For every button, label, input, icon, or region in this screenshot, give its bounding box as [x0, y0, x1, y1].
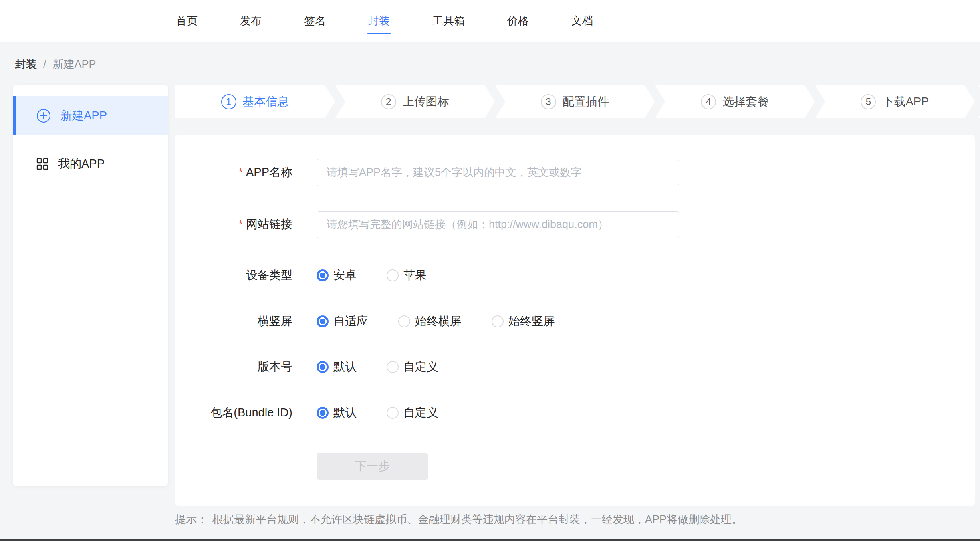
page: 首页 发布 签名 封装 工具箱 价格 文档 封装 / 新建APP 新建APP 我… — [0, 0, 980, 541]
nav-item-home[interactable]: 首页 — [175, 10, 198, 31]
radio-label: 自定义 — [403, 359, 438, 375]
orientation-label: 横竖屏 — [175, 313, 292, 329]
radio-unselected-icon — [398, 315, 410, 327]
radio-label: 默认 — [333, 359, 357, 375]
plus-circle-icon — [36, 109, 51, 123]
radio-unselected-icon — [387, 269, 399, 281]
nav-item-sign[interactable]: 签名 — [303, 10, 327, 31]
step-3-configure-plugin[interactable]: 3 配置插件 — [495, 85, 655, 118]
radio-bundle-custom[interactable]: 自定义 — [387, 405, 438, 421]
step-2-upload-icon[interactable]: 2 上传图标 — [335, 85, 495, 118]
site-url-input[interactable] — [317, 211, 679, 238]
hint-text: 提示： 根据最新平台规则，不允许区块链虚拟币、金融理财类等违规内容在平台封装，一… — [175, 512, 742, 527]
radio-version-default[interactable]: 默认 — [317, 359, 357, 375]
step-1-basic-info[interactable]: 1 基本信息 — [175, 85, 335, 118]
radio-unselected-icon — [387, 407, 399, 419]
next-step-button[interactable]: 下一步 — [317, 453, 428, 480]
form-row-app-name: *APP名称 — [175, 159, 975, 186]
step-label: 基本信息 — [243, 94, 289, 110]
nav-item-docs[interactable]: 文档 — [571, 10, 594, 31]
radio-label: 始终横屏 — [415, 313, 462, 329]
required-mark: * — [238, 218, 243, 230]
radio-ios[interactable]: 苹果 — [387, 267, 427, 283]
radio-selected-icon — [317, 361, 329, 373]
nav-item-publish[interactable]: 发布 — [239, 10, 262, 31]
radio-always-portrait[interactable]: 始终竖屏 — [492, 313, 555, 329]
radio-unselected-icon — [387, 361, 399, 373]
breadcrumb: 封装 / 新建APP — [15, 57, 96, 71]
breadcrumb-separator: / — [43, 58, 46, 71]
form-row-bundle-id: 包名(Bundle ID) 默认 自定义 — [175, 399, 975, 426]
radio-bundle-default[interactable]: 默认 — [317, 405, 357, 421]
main-nav: 首页 发布 签名 封装 工具箱 价格 文档 — [0, 0, 980, 42]
form-row-device-type: 设备类型 安卓 苹果 — [175, 262, 975, 289]
site-url-label: *网站链接 — [175, 216, 292, 232]
top-nav: 首页 发布 签名 封装 工具箱 价格 文档 — [0, 0, 980, 42]
form-row-orientation: 横竖屏 自适应 始终横屏 始终竖屏 — [175, 308, 975, 335]
radio-label: 苹果 — [403, 267, 427, 283]
radio-label: 安卓 — [333, 267, 357, 283]
step-number: 5 — [861, 94, 876, 109]
radio-version-custom[interactable]: 自定义 — [387, 359, 438, 375]
radio-selected-icon — [317, 269, 329, 281]
step-label: 配置插件 — [563, 94, 609, 110]
grid-icon — [36, 158, 48, 170]
step-number: 2 — [381, 94, 396, 109]
sidebar-item-my-app[interactable]: 我的APP — [13, 144, 168, 184]
nav-item-package[interactable]: 封装 — [367, 10, 391, 31]
form-row-site-url: *网站链接 — [175, 211, 975, 238]
nav-item-toolbox[interactable]: 工具箱 — [432, 10, 466, 31]
step-number: 3 — [541, 94, 556, 109]
device-type-label: 设备类型 — [175, 267, 292, 283]
sidebar-item-new-app[interactable]: 新建APP — [13, 96, 168, 135]
step-label: 选择套餐 — [722, 94, 769, 110]
radio-label: 自定义 — [403, 405, 438, 421]
steps-bar: 1 基本信息 2 上传图标 3 配置插件 4 选择套餐 5 下载APP — [175, 85, 975, 118]
form-card: *APP名称 *网站链接 设备类型 安卓 苹果 — [175, 135, 975, 506]
breadcrumb-current: 新建APP — [53, 57, 96, 71]
radio-adaptive[interactable]: 自适应 — [317, 313, 368, 329]
breadcrumb-section[interactable]: 封装 — [15, 57, 37, 71]
steps-edge-fragment — [978, 85, 980, 118]
step-number: 1 — [221, 94, 236, 109]
radio-selected-icon — [317, 315, 329, 327]
radio-android[interactable]: 安卓 — [317, 267, 357, 283]
sidebar-item-label: 我的APP — [58, 156, 105, 172]
hint-prefix: 提示： — [175, 512, 208, 527]
step-label: 下载APP — [882, 94, 929, 110]
required-mark: * — [238, 166, 243, 178]
nav-item-price[interactable]: 价格 — [506, 10, 530, 31]
radio-always-landscape[interactable]: 始终横屏 — [398, 313, 462, 329]
bundle-id-label: 包名(Bundle ID) — [175, 405, 292, 421]
step-4-select-plan[interactable]: 4 选择套餐 — [655, 85, 815, 118]
app-name-label: *APP名称 — [175, 164, 292, 180]
hint-body: 根据最新平台规则，不允许区块链虚拟币、金融理财类等违规内容在平台封装，一经发现，… — [212, 512, 742, 527]
sidebar: 新建APP 我的APP — [13, 85, 168, 486]
footer-strip — [0, 539, 980, 541]
step-number: 4 — [701, 94, 716, 109]
form-row-version: 版本号 默认 自定义 — [175, 353, 975, 381]
version-label: 版本号 — [175, 359, 292, 375]
step-label: 上传图标 — [403, 94, 449, 110]
app-name-input[interactable] — [317, 159, 679, 186]
sidebar-item-label: 新建APP — [60, 108, 107, 124]
step-5-download-app[interactable]: 5 下载APP — [815, 85, 975, 118]
radio-label: 默认 — [333, 405, 357, 421]
radio-label: 始终竖屏 — [508, 313, 555, 329]
radio-unselected-icon — [492, 315, 504, 327]
radio-label: 自适应 — [333, 313, 368, 329]
radio-selected-icon — [317, 407, 329, 419]
